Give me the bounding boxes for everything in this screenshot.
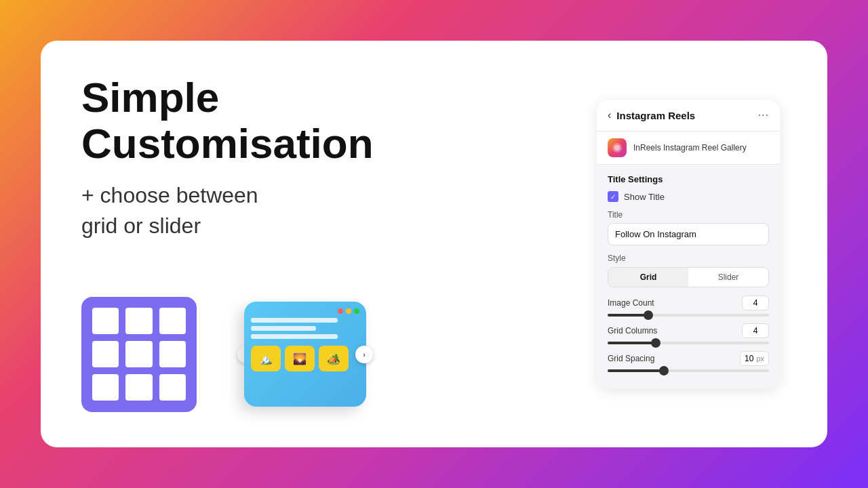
slider-style-button[interactable]: Slider	[688, 268, 768, 287]
settings-panel: ‹ Instagram Reels ··· InReels Instagram …	[597, 100, 780, 388]
app-name: InReels Instagram Reel Gallery	[633, 143, 747, 152]
main-card: Simple Customisation + choose between gr…	[41, 41, 827, 447]
grid-cell	[92, 308, 119, 334]
grid-spacing-thumb[interactable]	[659, 366, 669, 375]
style-toggle: Grid Slider	[608, 267, 769, 287]
arrow-right-icon: ›	[355, 346, 373, 363]
icons-row: ‹ 🏔️ 🌄 🏕️	[81, 295, 570, 413]
grid-cell	[159, 308, 186, 334]
grid-spacing-header: Grid Spacing 10 px	[608, 351, 769, 366]
browser-thumb: 🏕️	[319, 346, 349, 371]
grid-cell	[125, 374, 152, 401]
svg-point-1	[614, 145, 620, 150]
browser-line	[251, 318, 338, 323]
image-count-input[interactable]	[742, 296, 769, 310]
grid-spacing-row: Grid Spacing 10 px	[608, 351, 769, 372]
grid-columns-thumb[interactable]	[651, 338, 660, 348]
dot-yellow	[346, 308, 351, 314]
grid-spacing-fill	[608, 369, 664, 372]
browser-line	[251, 334, 338, 339]
grid-cell	[92, 374, 119, 401]
browser-dots	[251, 308, 359, 314]
browser-lines	[251, 318, 359, 339]
more-options-icon[interactable]: ···	[758, 109, 769, 121]
slider-illustration: ‹ 🏔️ 🌄 🏕️	[237, 295, 373, 413]
panel-app-row: InReels Instagram Reel Gallery	[597, 131, 780, 165]
show-title-label: Show Title	[624, 192, 665, 202]
left-section: Simple Customisation + choose between gr…	[81, 75, 570, 413]
grid-spacing-value: 10	[745, 354, 753, 363]
image-count-row: Image Count	[608, 296, 769, 317]
style-label: Style	[608, 253, 769, 263]
grid-cell	[159, 341, 186, 367]
grid-columns-header: Grid Columns	[608, 323, 769, 338]
grid-cell	[92, 341, 119, 367]
section-title: Title Settings	[608, 174, 769, 184]
grid-columns-track[interactable]	[608, 342, 769, 344]
grid-spacing-track[interactable]	[608, 369, 769, 372]
image-count-thumb[interactable]	[644, 310, 653, 320]
image-count-fill	[608, 314, 648, 317]
panel-body: Title Settings ✓ Show Title Title Follow…	[597, 165, 780, 388]
headline: Simple Customisation	[81, 75, 570, 167]
show-title-checkbox[interactable]: ✓	[608, 191, 618, 202]
grid-illustration	[81, 297, 197, 412]
browser-line	[251, 326, 316, 331]
dot-red	[338, 308, 343, 314]
grid-spacing-px-box: 10 px	[740, 351, 769, 366]
grid-spacing-label: Grid Spacing	[608, 354, 654, 363]
title-field-label: Title	[608, 210, 769, 220]
grid-cell	[159, 374, 186, 401]
image-count-header: Image Count	[608, 296, 769, 310]
browser-thumb: 🌄	[285, 346, 315, 371]
grid-columns-row: Grid Columns	[608, 323, 769, 344]
app-icon	[608, 138, 627, 157]
dot-green	[354, 308, 359, 314]
grid-style-button[interactable]: Grid	[608, 268, 688, 287]
grid-cell	[125, 308, 152, 334]
subheadline: + choose between grid or slider	[81, 180, 570, 241]
image-count-label: Image Count	[608, 298, 654, 308]
back-arrow-icon[interactable]: ‹	[608, 109, 611, 121]
grid-columns-input[interactable]	[742, 323, 769, 338]
panel-title: Instagram Reels	[616, 110, 695, 121]
browser-body: 🏔️ 🌄 🏕️	[244, 302, 366, 407]
text-content: Simple Customisation + choose between gr…	[81, 75, 570, 241]
browser-thumbs: 🏔️ 🌄 🏕️	[251, 346, 359, 371]
grid-columns-fill	[608, 342, 656, 344]
right-section: ‹ Instagram Reels ··· InReels Instagram …	[597, 100, 787, 388]
show-title-row: ✓ Show Title	[608, 191, 769, 202]
panel-header: ‹ Instagram Reels ···	[597, 100, 780, 131]
grid-cell	[125, 341, 152, 367]
grid-columns-label: Grid Columns	[608, 326, 657, 336]
checkmark-icon: ✓	[610, 193, 616, 201]
image-count-track[interactable]	[608, 314, 769, 317]
title-input[interactable]: Follow On Instagram	[608, 223, 769, 245]
px-label: px	[756, 354, 764, 363]
panel-header-left: ‹ Instagram Reels	[608, 109, 695, 121]
browser-thumb: 🏔️	[251, 346, 281, 371]
